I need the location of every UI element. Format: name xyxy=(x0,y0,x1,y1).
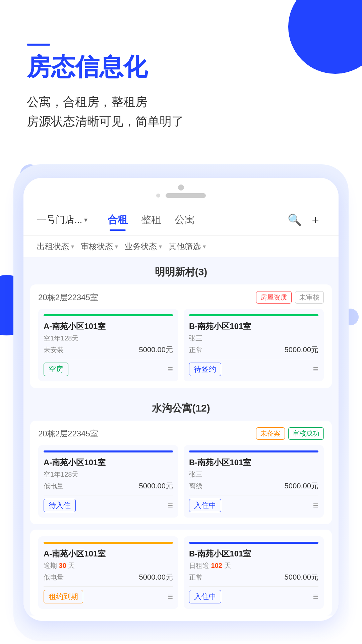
filter-arrow-icon: ▾ xyxy=(159,243,162,250)
room-status-2a: 低电量 xyxy=(44,482,64,491)
filter-arrow-icon: ▾ xyxy=(203,243,206,250)
property-address-1: 20栋2层22345室 xyxy=(38,292,98,303)
menu-icon-2b[interactable]: ≡ xyxy=(313,500,318,511)
phone-indicator xyxy=(156,193,206,198)
room-status-1a: 未安装 xyxy=(44,345,64,355)
header-desc-line1: 公寓，合租房，整租房 xyxy=(27,92,335,112)
filter-arrow-icon: ▾ xyxy=(115,243,118,250)
room-meta-2a: 空1年128天 xyxy=(44,470,173,479)
phone-speaker xyxy=(166,193,206,198)
property-header-1: 20栋2层22345室 房屋资质 未审核 xyxy=(38,291,324,304)
room-footer-3a: 租约到期 ≡ xyxy=(44,586,173,603)
property-card-1: 20栋2层22345室 房屋资质 未审核 A-南苑小区101室 空1年128天 xyxy=(30,284,332,388)
store-chevron-icon: ▾ xyxy=(84,216,87,224)
store-selector[interactable]: 一号门店... ▾ xyxy=(37,213,87,226)
overdue-days-3b: 102 xyxy=(211,562,222,569)
property-address-2: 20栋2层22345室 xyxy=(38,428,98,439)
room-price-3b: 5000.00元 xyxy=(284,572,318,582)
room-meta-1b: 张三 xyxy=(189,334,318,343)
header-section: 房态信息化 公寓，合租房，整租房 房源状态清晰可见，简单明了 xyxy=(0,0,362,144)
phone-top-bar xyxy=(23,178,339,201)
menu-icon-3a[interactable]: ≡ xyxy=(168,591,173,602)
room-name-2a: A-南苑小区101室 xyxy=(44,457,173,468)
add-icon[interactable]: ＋ xyxy=(306,209,325,230)
room-card-3a[interactable]: A-南苑小区101室 逾期 30 天 低电量 5000.00元 xyxy=(38,536,178,609)
room-status-1b: 正常 xyxy=(189,345,202,355)
header-description: 公寓，合租房，整租房 房源状态清晰可见，简单明了 xyxy=(27,92,335,131)
tag-house-qualification: 房屋资质 xyxy=(256,291,292,304)
menu-icon-2a[interactable]: ≡ xyxy=(168,500,173,511)
room-name-3a: A-南苑小区101室 xyxy=(44,548,173,559)
room-price-1b: 5000.00元 xyxy=(284,345,318,355)
phone-mockup: 一号门店... ▾ 合租 整租 公寓 🔍 ＋ xyxy=(13,164,349,641)
tab-apartment[interactable]: 公寓 xyxy=(168,210,201,229)
room-price-row-3a: 低电量 5000.00元 xyxy=(44,572,173,582)
room-footer-1a: 空房 ≡ xyxy=(44,359,173,376)
room-name-3b: B-南苑小区101室 xyxy=(189,548,318,559)
filter-rent-status[interactable]: 出租状态 ▾ xyxy=(37,241,74,252)
room-card-1b[interactable]: B-南苑小区101室 张三 正常 5000.00元 待签约 ≡ xyxy=(184,309,324,381)
property-tags-1: 房屋资质 未审核 xyxy=(256,291,324,304)
room-card-2b[interactable]: B-南苑小区101室 张三 离线 5000.00元 入住中 ≡ xyxy=(184,445,324,518)
room-bar-2b xyxy=(189,450,318,452)
room-price-3a: 5000.00元 xyxy=(139,572,173,582)
status-badge-1a[interactable]: 空房 xyxy=(44,363,68,376)
room-price-row-1a: 未安装 5000.00元 xyxy=(44,345,173,355)
menu-icon-3b[interactable]: ≡ xyxy=(313,591,318,602)
room-footer-3b: 入住中 ≡ xyxy=(189,586,318,603)
status-badge-1b[interactable]: 待签约 xyxy=(189,363,221,376)
search-icon[interactable]: 🔍 xyxy=(284,210,306,229)
tab-co-rent[interactable]: 合租 xyxy=(101,210,134,229)
status-badge-2a[interactable]: 待入住 xyxy=(44,499,76,512)
overdue-days-3a: 30 xyxy=(59,562,66,569)
room-footer-2b: 入住中 ≡ xyxy=(189,495,318,512)
status-badge-2b[interactable]: 入住中 xyxy=(189,499,221,512)
room-name-1b: B-南苑小区101室 xyxy=(189,321,318,332)
room-name-2b: B-南苑小区101室 xyxy=(189,457,318,468)
tab-bar: 一号门店... ▾ 合租 整租 公寓 🔍 ＋ xyxy=(23,201,339,235)
tag-unreviewed: 未审核 xyxy=(295,291,324,304)
room-meta-2b: 张三 xyxy=(189,470,318,479)
room-card-2a[interactable]: A-南苑小区101室 空1年128天 低电量 5000.00元 待入住 ≡ xyxy=(38,445,178,518)
filter-arrow-icon: ▾ xyxy=(71,243,74,250)
filter-bar: 出租状态 ▾ 审核状态 ▾ 业务状态 ▾ 其他筛选 ▾ xyxy=(23,235,339,257)
room-bar-2a xyxy=(44,450,173,452)
page-title: 房态信息化 xyxy=(27,54,335,80)
phone-camera xyxy=(178,184,184,191)
room-price-row-2b: 离线 5000.00元 xyxy=(189,481,318,491)
room-footer-2a: 待入住 ≡ xyxy=(44,495,173,512)
header-accent-line xyxy=(27,44,50,46)
phone-frame: 一号门店... ▾ 合租 整租 公寓 🔍 ＋ xyxy=(23,178,339,621)
property-header-2: 20栋2层22345室 未备案 审核成功 xyxy=(38,427,324,440)
room-grid-3: A-南苑小区101室 逾期 30 天 低电量 5000.00元 xyxy=(38,536,324,609)
property-card-3: A-南苑小区101室 逾期 30 天 低电量 5000.00元 xyxy=(30,530,332,615)
room-card-1a[interactable]: A-南苑小区101室 空1年128天 未安装 5000.00元 空房 ≡ xyxy=(38,309,178,381)
property-tags-2: 未备案 审核成功 xyxy=(256,427,324,440)
filter-audit-status[interactable]: 审核状态 ▾ xyxy=(81,241,118,252)
menu-icon-1a[interactable]: ≡ xyxy=(168,364,173,375)
filter-business-status[interactable]: 业务状态 ▾ xyxy=(125,241,162,252)
room-footer-1b: 待签约 ≡ xyxy=(189,359,318,376)
tab-whole-rent[interactable]: 整租 xyxy=(134,210,168,229)
phone-dot xyxy=(156,194,160,198)
menu-icon-1b[interactable]: ≡ xyxy=(313,364,318,375)
tag-unregistered: 未备案 xyxy=(256,427,285,440)
room-status-3a: 低电量 xyxy=(44,573,64,582)
status-badge-3a[interactable]: 租约到期 xyxy=(44,590,83,603)
room-meta-3b: 日租逾 102 天 xyxy=(189,561,318,570)
room-bar-3b xyxy=(189,542,318,544)
store-name-label: 一号门店... xyxy=(37,213,82,226)
room-status-3b: 正常 xyxy=(189,573,202,582)
header-desc-line2: 房源状态清晰可见，简单明了 xyxy=(27,112,335,131)
tag-audit-success: 审核成功 xyxy=(288,427,324,440)
property-card-2: 20栋2层22345室 未备案 审核成功 A-南苑小区101室 空1年128天 xyxy=(30,421,332,524)
status-badge-3b[interactable]: 入住中 xyxy=(189,590,221,603)
filter-other[interactable]: 其他筛选 ▾ xyxy=(169,241,206,252)
room-card-3b[interactable]: B-南苑小区101室 日租逾 102 天 正常 5000.00元 xyxy=(184,536,324,609)
room-meta-3a: 逾期 30 天 xyxy=(44,561,173,570)
phone-background: 一号门店... ▾ 合租 整租 公寓 🔍 ＋ xyxy=(13,164,349,641)
room-grid-2: A-南苑小区101室 空1年128天 低电量 5000.00元 待入住 ≡ xyxy=(38,445,324,518)
room-grid-1: A-南苑小区101室 空1年128天 未安装 5000.00元 空房 ≡ xyxy=(38,309,324,381)
room-meta-1a: 空1年128天 xyxy=(44,334,173,343)
room-price-2a: 5000.00元 xyxy=(139,481,173,491)
